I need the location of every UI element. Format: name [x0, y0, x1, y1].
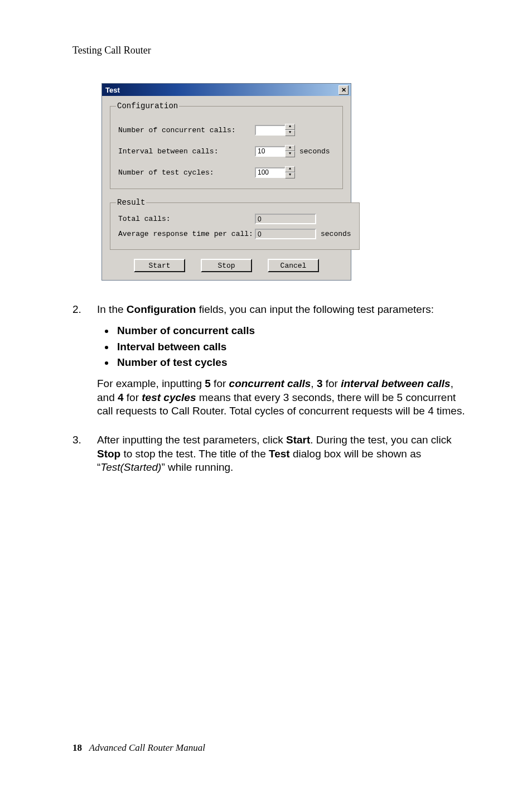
- bullet-text: Number of concurrent calls: [117, 325, 255, 336]
- avg-response-unit: seconds: [321, 230, 351, 238]
- page-header: Testing Call Router: [72, 45, 471, 56]
- text: For example, inputting: [97, 378, 205, 389]
- interval-label: Interval between calls:: [118, 147, 255, 156]
- cancel-button[interactable]: Cancel: [268, 259, 319, 272]
- text-bold: Test: [269, 448, 290, 460]
- cycles-input[interactable]: [255, 167, 286, 178]
- text-bold-italic: test cycles: [142, 392, 196, 403]
- text-bold: Stop: [97, 448, 120, 460]
- cycles-label: Number of test cycles:: [118, 168, 255, 177]
- step-number: 3.: [72, 433, 97, 482]
- text-bold: 4: [118, 392, 124, 403]
- text-bold: 5: [205, 378, 211, 389]
- close-icon[interactable]: ✕: [338, 85, 349, 95]
- page-number: 18: [72, 742, 82, 753]
- text: to stop the test. The title of the: [120, 448, 269, 460]
- total-calls-value: 0: [255, 214, 316, 224]
- text: for: [211, 378, 229, 389]
- start-button[interactable]: Start: [134, 259, 185, 272]
- text: In the: [97, 303, 127, 315]
- text-bold: Start: [286, 434, 310, 446]
- footer-title: Advanced Call Router Manual: [89, 742, 205, 753]
- dialog-title: Test: [105, 86, 120, 94]
- text-bold-italic: concurrent calls: [229, 378, 311, 389]
- spinner-down-icon[interactable]: ▼: [285, 172, 295, 178]
- step-number: 2.: [72, 303, 97, 426]
- text: . During the test, you can click: [310, 434, 451, 446]
- text: ,: [311, 378, 317, 389]
- avg-response-label: Average response time per call:: [118, 230, 255, 238]
- stop-button[interactable]: Stop: [201, 259, 252, 272]
- text: for: [323, 378, 341, 389]
- avg-response-value: 0: [255, 229, 316, 239]
- test-dialog: Test ✕ Configuration Number of concurren…: [101, 83, 351, 281]
- total-calls-label: Total calls:: [118, 215, 255, 223]
- spinner-up-icon[interactable]: ▲: [285, 124, 295, 130]
- text-bold-italic: interval between calls: [341, 378, 450, 389]
- text-bold: 3: [317, 378, 323, 389]
- spinner-down-icon[interactable]: ▼: [285, 151, 295, 157]
- interval-unit: seconds: [299, 147, 330, 156]
- spinner-up-icon[interactable]: ▲: [285, 145, 295, 151]
- spinner-up-icon[interactable]: ▲: [285, 166, 295, 172]
- concurrent-calls-input[interactable]: [255, 125, 286, 136]
- text: After inputting the test parameters, cli…: [97, 434, 286, 446]
- text-italic: Test(Started): [100, 461, 161, 473]
- document-body: 2. In the Configuration fields, you can …: [72, 303, 471, 482]
- configuration-legend: Configuration: [116, 102, 179, 110]
- text: for: [124, 392, 142, 403]
- result-group: Result Total calls: 0 Average response t…: [110, 198, 360, 250]
- text-bold: Configuration: [127, 303, 196, 315]
- text: ” while running.: [161, 461, 233, 473]
- bullet-text: Interval between calls: [117, 341, 226, 353]
- spinner-down-icon[interactable]: ▼: [285, 130, 295, 136]
- interval-input[interactable]: [255, 146, 286, 157]
- concurrent-calls-label: Number of concurrent calls:: [118, 126, 255, 134]
- configuration-group: Configuration Number of concurrent calls…: [110, 102, 343, 189]
- titlebar: Test ✕: [102, 84, 351, 96]
- page-footer: 18 Advanced Call Router Manual: [72, 742, 205, 754]
- text: fields, you can input the following test…: [196, 303, 434, 315]
- bullet-text: Number of test cycles: [117, 356, 227, 368]
- result-legend: Result: [116, 198, 146, 207]
